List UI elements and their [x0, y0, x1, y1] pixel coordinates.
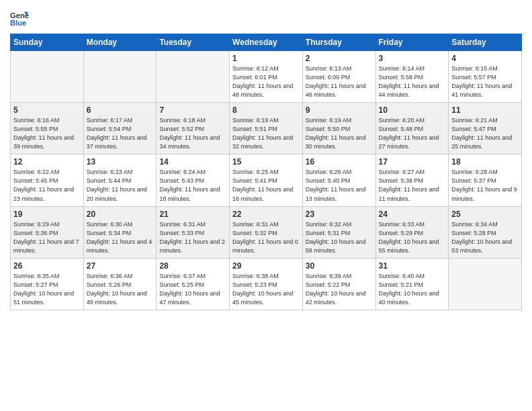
day-info: Sunrise: 6:16 AMSunset: 5:55 PMDaylight:…	[13, 116, 81, 151]
calendar-cell: 9Sunrise: 6:19 AMSunset: 5:50 PMDaylight…	[302, 103, 375, 154]
calendar-cell: 5Sunrise: 6:16 AMSunset: 5:55 PMDaylight…	[11, 103, 84, 154]
day-number: 13	[87, 157, 154, 167]
calendar-cell: 11Sunrise: 6:21 AMSunset: 5:47 PMDayligh…	[449, 103, 522, 154]
day-number: 2	[306, 54, 373, 63]
day-number: 5	[13, 105, 81, 115]
day-number: 20	[87, 210, 154, 219]
calendar-cell: 1Sunrise: 6:12 AMSunset: 6:01 PMDaylight…	[230, 51, 303, 103]
calendar-cell: 3Sunrise: 6:14 AMSunset: 5:58 PMDaylight…	[375, 51, 449, 103]
day-number: 6	[87, 105, 154, 115]
calendar-cell: 27Sunrise: 6:36 AMSunset: 5:26 PMDayligh…	[83, 258, 157, 310]
day-number: 8	[232, 105, 300, 115]
calendar-week-row: 5Sunrise: 6:16 AMSunset: 5:55 PMDaylight…	[11, 103, 522, 154]
day-number: 10	[379, 105, 446, 115]
day-info: Sunrise: 6:35 AMSunset: 5:27 PMDaylight:…	[13, 272, 81, 307]
day-info: Sunrise: 6:19 AMSunset: 5:51 PMDaylight:…	[232, 116, 300, 151]
day-number: 3	[379, 54, 446, 63]
day-number: 11	[451, 105, 519, 115]
day-number: 27	[87, 261, 154, 271]
day-number: 15	[232, 157, 300, 167]
day-number: 7	[159, 105, 226, 115]
weekday-header-wednesday: Wednesday	[230, 34, 303, 51]
day-number: 12	[13, 157, 81, 167]
weekday-header-sunday: Sunday	[11, 34, 84, 51]
calendar-cell: 14Sunrise: 6:24 AMSunset: 5:43 PMDayligh…	[157, 154, 230, 206]
day-number: 4	[451, 54, 519, 63]
page: General Blue SundayMondayTuesdayWednesda…	[0, 0, 532, 411]
day-number: 30	[306, 261, 373, 271]
weekday-header-row: SundayMondayTuesdayWednesdayThursdayFrid…	[11, 34, 522, 51]
calendar-cell: 18Sunrise: 6:28 AMSunset: 5:37 PMDayligh…	[449, 154, 522, 206]
day-info: Sunrise: 6:28 AMSunset: 5:37 PMDaylight:…	[451, 168, 519, 203]
weekday-header-saturday: Saturday	[449, 34, 522, 51]
day-info: Sunrise: 6:37 AMSunset: 5:25 PMDaylight:…	[159, 272, 226, 307]
weekday-header-tuesday: Tuesday	[157, 34, 230, 51]
weekday-header-thursday: Thursday	[302, 34, 375, 51]
calendar-week-row: 26Sunrise: 6:35 AMSunset: 5:27 PMDayligh…	[11, 258, 522, 310]
calendar-cell: 16Sunrise: 6:26 AMSunset: 5:40 PMDayligh…	[302, 154, 375, 206]
calendar-cell: 29Sunrise: 6:38 AMSunset: 5:23 PMDayligh…	[230, 258, 303, 310]
day-number: 14	[159, 157, 226, 167]
calendar-week-row: 1Sunrise: 6:12 AMSunset: 6:01 PMDaylight…	[11, 51, 522, 103]
calendar-cell: 8Sunrise: 6:19 AMSunset: 5:51 PMDaylight…	[230, 103, 303, 154]
day-info: Sunrise: 6:30 AMSunset: 5:34 PMDaylight:…	[87, 220, 154, 255]
calendar-cell: 30Sunrise: 6:39 AMSunset: 5:22 PMDayligh…	[302, 258, 375, 310]
day-info: Sunrise: 6:19 AMSunset: 5:50 PMDaylight:…	[306, 116, 373, 151]
day-number: 25	[451, 210, 519, 219]
calendar-cell: 2Sunrise: 6:13 AMSunset: 6:00 PMDaylight…	[302, 51, 375, 103]
calendar-cell	[11, 51, 84, 103]
day-info: Sunrise: 6:22 AMSunset: 5:45 PMDaylight:…	[13, 168, 81, 203]
day-number: 17	[379, 157, 446, 167]
logo: General Blue	[10, 9, 30, 28]
logo-icon: General Blue	[10, 9, 29, 28]
day-info: Sunrise: 6:27 AMSunset: 5:38 PMDaylight:…	[379, 168, 446, 203]
day-number: 31	[379, 261, 446, 271]
day-info: Sunrise: 6:36 AMSunset: 5:26 PMDaylight:…	[87, 272, 154, 307]
calendar-cell: 12Sunrise: 6:22 AMSunset: 5:45 PMDayligh…	[11, 154, 84, 206]
calendar-week-row: 12Sunrise: 6:22 AMSunset: 5:45 PMDayligh…	[11, 154, 522, 206]
day-number: 21	[159, 210, 226, 219]
calendar-cell: 19Sunrise: 6:29 AMSunset: 5:36 PMDayligh…	[11, 206, 84, 258]
day-info: Sunrise: 6:34 AMSunset: 5:28 PMDaylight:…	[451, 220, 519, 255]
day-info: Sunrise: 6:13 AMSunset: 6:00 PMDaylight:…	[306, 64, 373, 99]
day-info: Sunrise: 6:29 AMSunset: 5:36 PMDaylight:…	[13, 220, 81, 255]
day-number: 23	[306, 210, 373, 219]
calendar-cell: 26Sunrise: 6:35 AMSunset: 5:27 PMDayligh…	[11, 258, 84, 310]
calendar-cell	[157, 51, 230, 103]
calendar-cell: 22Sunrise: 6:31 AMSunset: 5:32 PMDayligh…	[230, 206, 303, 258]
calendar-cell: 21Sunrise: 6:31 AMSunset: 5:33 PMDayligh…	[157, 206, 230, 258]
day-info: Sunrise: 6:26 AMSunset: 5:40 PMDaylight:…	[306, 168, 373, 203]
header: General Blue	[10, 7, 522, 28]
day-number: 29	[232, 261, 300, 271]
day-info: Sunrise: 6:40 AMSunset: 5:21 PMDaylight:…	[379, 272, 446, 307]
day-info: Sunrise: 6:23 AMSunset: 5:44 PMDaylight:…	[87, 168, 154, 203]
day-number: 28	[159, 261, 226, 271]
calendar-cell: 17Sunrise: 6:27 AMSunset: 5:38 PMDayligh…	[375, 154, 449, 206]
day-info: Sunrise: 6:31 AMSunset: 5:32 PMDaylight:…	[232, 220, 300, 255]
day-number: 16	[306, 157, 373, 167]
day-info: Sunrise: 6:38 AMSunset: 5:23 PMDaylight:…	[232, 272, 300, 307]
calendar-cell: 28Sunrise: 6:37 AMSunset: 5:25 PMDayligh…	[157, 258, 230, 310]
day-info: Sunrise: 6:21 AMSunset: 5:47 PMDaylight:…	[451, 116, 519, 151]
day-number: 19	[13, 210, 81, 219]
calendar-cell: 15Sunrise: 6:25 AMSunset: 5:41 PMDayligh…	[230, 154, 303, 206]
calendar-cell: 10Sunrise: 6:20 AMSunset: 5:48 PMDayligh…	[375, 103, 449, 154]
svg-text:Blue: Blue	[10, 19, 26, 27]
weekday-header-monday: Monday	[83, 34, 157, 51]
day-info: Sunrise: 6:24 AMSunset: 5:43 PMDaylight:…	[159, 168, 226, 203]
calendar-cell: 4Sunrise: 6:15 AMSunset: 5:57 PMDaylight…	[449, 51, 522, 103]
day-number: 24	[379, 210, 446, 219]
day-number: 22	[232, 210, 300, 219]
day-info: Sunrise: 6:32 AMSunset: 5:31 PMDaylight:…	[306, 220, 373, 255]
day-number: 9	[306, 105, 373, 115]
day-number: 1	[232, 54, 300, 63]
calendar-cell: 23Sunrise: 6:32 AMSunset: 5:31 PMDayligh…	[302, 206, 375, 258]
day-info: Sunrise: 6:17 AMSunset: 5:54 PMDaylight:…	[87, 116, 154, 151]
day-info: Sunrise: 6:18 AMSunset: 5:52 PMDaylight:…	[159, 116, 226, 151]
calendar-cell	[83, 51, 157, 103]
weekday-header-friday: Friday	[375, 34, 449, 51]
calendar-cell: 6Sunrise: 6:17 AMSunset: 5:54 PMDaylight…	[83, 103, 157, 154]
calendar-cell: 24Sunrise: 6:33 AMSunset: 5:29 PMDayligh…	[375, 206, 449, 258]
day-info: Sunrise: 6:14 AMSunset: 5:58 PMDaylight:…	[379, 64, 446, 99]
day-info: Sunrise: 6:31 AMSunset: 5:33 PMDaylight:…	[159, 220, 226, 255]
